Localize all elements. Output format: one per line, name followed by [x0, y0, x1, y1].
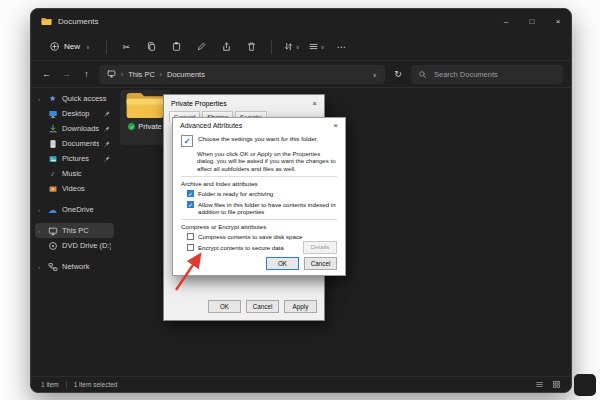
paste-button[interactable]: [165, 37, 188, 57]
properties-dialog-buttons: OK Cancel Apply: [208, 300, 317, 313]
status-bar: 1 item 1 item selected: [31, 376, 571, 392]
expander-chevron-icon[interactable]: ›: [38, 207, 43, 213]
toolbar-divider: [106, 40, 107, 54]
location-monitor-icon: [107, 69, 116, 80]
sidebar-item-this-pc[interactable]: › This PC: [35, 223, 114, 238]
breadcrumb-this-pc[interactable]: This PC: [128, 70, 155, 79]
sidebar-item-documents[interactable]: Documents: [35, 136, 114, 151]
window-controls: – □ ×: [493, 9, 571, 33]
view-list-icon: [308, 41, 319, 52]
archive-checkbox[interactable]: [187, 190, 194, 197]
toolbar-divider: [271, 40, 272, 54]
archive-group-label: Archive and Index attributes: [181, 180, 337, 187]
sidebar-item-desktop[interactable]: Desktop: [35, 106, 114, 121]
maximize-button[interactable]: □: [519, 9, 545, 33]
paste-icon: [171, 41, 182, 52]
details-view-icon[interactable]: [535, 380, 544, 389]
details-button[interactable]: Details: [303, 241, 337, 254]
picture-icon: [47, 154, 58, 164]
checkbox-row-encrypt[interactable]: Encrypt contents to secure data Details: [187, 244, 337, 251]
command-toolbar: New ∨ ✂ ∨: [31, 33, 571, 61]
pin-icon: [103, 140, 111, 148]
search-box[interactable]: [411, 65, 563, 84]
close-icon[interactable]: ×: [313, 99, 317, 108]
search-input[interactable]: [432, 69, 556, 80]
up-button[interactable]: ↑: [79, 69, 94, 79]
refresh-button[interactable]: ↻: [390, 69, 406, 79]
more-options-button[interactable]: ⋯: [330, 37, 353, 57]
description-text: When you click OK or Apply on the Proper…: [197, 150, 337, 172]
chevron-down-icon: ∨: [86, 44, 90, 50]
cloud-icon: ☁: [47, 205, 58, 215]
minimize-button[interactable]: –: [493, 9, 519, 33]
sidebar-item-quick-access[interactable]: › ★ Quick access: [35, 91, 114, 106]
expander-chevron-icon[interactable]: ›: [38, 228, 43, 234]
address-bar: ← → ↑ › This PC › Documents ∨ ↻: [31, 61, 571, 88]
computer-monitor-icon: [47, 226, 58, 236]
properties-ok-button[interactable]: OK: [208, 300, 241, 313]
checkbox-row-archive[interactable]: Folder is ready for archiving: [187, 190, 337, 197]
breadcrumb-separator: ›: [160, 71, 162, 78]
ellipsis-icon: ⋯: [337, 42, 346, 52]
chevron-down-icon: ∨: [296, 44, 300, 50]
pin-icon: [103, 155, 111, 163]
encrypt-checkbox[interactable]: [187, 244, 194, 251]
advanced-attributes-dialog: Advanced Attributes × ✓ Choose the setti…: [172, 117, 346, 276]
address-dropdown-chevron-icon[interactable]: ∨: [373, 71, 377, 78]
sidebar-item-pictures[interactable]: Pictures: [35, 151, 114, 166]
sidebar-item-network[interactable]: › Network: [35, 259, 114, 274]
breadcrumb-separator: ›: [121, 71, 123, 78]
breadcrumb[interactable]: › This PC › Documents ∨: [99, 65, 385, 84]
breadcrumb-documents[interactable]: Documents: [167, 70, 205, 79]
properties-cancel-button[interactable]: Cancel: [246, 300, 279, 313]
share-icon: [221, 41, 232, 52]
close-icon[interactable]: ×: [334, 121, 338, 130]
advanced-cancel-button[interactable]: Cancel: [304, 257, 337, 270]
large-icons-view-icon[interactable]: [552, 380, 561, 389]
intro-row: ✓ Choose the settings you want for this …: [181, 135, 337, 147]
navigation-pane: › ★ Quick access Desktop: [31, 87, 116, 377]
sidebar-item-onedrive[interactable]: › ☁ OneDrive: [35, 202, 114, 217]
properties-dialog-title: Private Properties: [171, 100, 227, 107]
rename-pencil-icon: [196, 41, 207, 52]
sidebar-item-dvd-drive[interactable]: DVD Drive (D:) ESD-: [35, 238, 114, 253]
share-button[interactable]: [215, 37, 238, 57]
advanced-ok-button[interactable]: OK: [266, 257, 299, 270]
expander-chevron-icon[interactable]: ›: [38, 264, 43, 270]
back-button[interactable]: ←: [39, 69, 54, 79]
download-arrow-icon: [47, 124, 58, 134]
checkbox-row-compress[interactable]: Compress contents to save disk space: [187, 233, 337, 240]
rename-button[interactable]: [190, 37, 213, 57]
disc-icon: [47, 241, 58, 251]
cut-button[interactable]: ✂: [115, 37, 138, 57]
pin-icon: [103, 125, 111, 133]
sidebar-item-downloads[interactable]: Downloads: [35, 121, 114, 136]
view-button[interactable]: ∨: [305, 37, 328, 57]
advanced-dialog-buttons: OK Cancel: [266, 257, 337, 270]
delete-button[interactable]: [240, 37, 263, 57]
item-count: 1 item: [41, 381, 59, 388]
separator: [181, 219, 337, 220]
status-view-toggles: [535, 380, 561, 389]
compress-checkbox[interactable]: [187, 233, 194, 240]
pin-icon: [103, 110, 111, 118]
sort-button[interactable]: ∨: [280, 37, 303, 57]
sidebar-item-music[interactable]: ♪ Music: [35, 166, 114, 181]
indexing-checkbox[interactable]: [187, 201, 194, 208]
sidebar-item-videos[interactable]: Videos: [35, 181, 114, 196]
properties-apply-button[interactable]: Apply: [284, 300, 317, 313]
document-icon: [47, 139, 58, 149]
copy-button[interactable]: [140, 37, 163, 57]
forward-button[interactable]: →: [59, 69, 74, 79]
titlebar: Documents – □ ×: [31, 9, 571, 33]
music-note-icon: ♪: [47, 169, 58, 178]
properties-dialog-titlebar: Private Properties ×: [164, 95, 324, 111]
expander-chevron-icon[interactable]: ›: [38, 96, 43, 102]
star-icon: ★: [47, 94, 58, 103]
new-button[interactable]: New ∨: [41, 38, 98, 55]
close-button[interactable]: ×: [545, 9, 571, 33]
folder-name: Private: [138, 122, 161, 131]
checkbox-row-indexing[interactable]: Allow files in this folder to have conte…: [187, 201, 337, 216]
folder-icon: [125, 90, 165, 121]
folder-label-row: ✓ Private: [128, 122, 161, 131]
